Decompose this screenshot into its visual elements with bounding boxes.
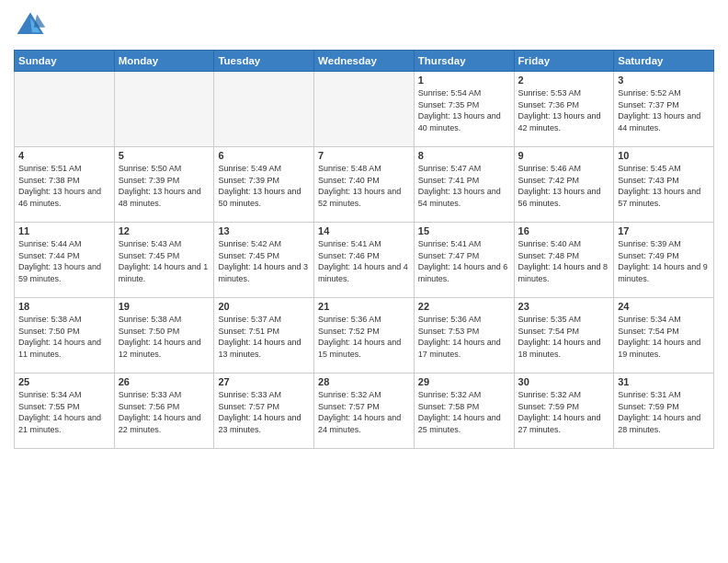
calendar-cell: 2Sunrise: 5:53 AMSunset: 7:36 PMDaylight… [514, 72, 614, 147]
calendar-cell: 9Sunrise: 5:46 AMSunset: 7:42 PMDaylight… [514, 147, 614, 223]
day-info: Sunrise: 5:38 AMSunset: 7:50 PMDaylight:… [119, 314, 210, 360]
day-number: 6 [218, 150, 310, 161]
day-info: Sunrise: 5:40 AMSunset: 7:48 PMDaylight:… [518, 238, 610, 284]
day-info: Sunrise: 5:36 AMSunset: 7:52 PMDaylight:… [318, 314, 410, 360]
day-info: Sunrise: 5:53 AMSunset: 7:36 PMDaylight:… [518, 87, 610, 133]
day-number: 12 [119, 225, 210, 236]
calendar-cell: 3Sunrise: 5:52 AMSunset: 7:37 PMDaylight… [614, 72, 714, 147]
logo [14, 9, 51, 42]
day-info: Sunrise: 5:32 AMSunset: 7:58 PMDaylight:… [418, 389, 510, 435]
calendar-cell: 21Sunrise: 5:36 AMSunset: 7:52 PMDayligh… [314, 298, 415, 373]
day-info: Sunrise: 5:39 AMSunset: 7:49 PMDaylight:… [618, 238, 710, 284]
calendar-cell: 19Sunrise: 5:38 AMSunset: 7:50 PMDayligh… [114, 298, 214, 373]
day-info: Sunrise: 5:47 AMSunset: 7:41 PMDaylight:… [418, 163, 510, 209]
calendar-cell: 20Sunrise: 5:37 AMSunset: 7:51 PMDayligh… [214, 298, 314, 373]
day-number: 7 [318, 150, 410, 161]
day-number: 13 [218, 225, 310, 236]
day-number: 10 [618, 150, 710, 161]
calendar-header-row: SundayMondayTuesdayWednesdayThursdayFrid… [15, 51, 714, 72]
day-number: 5 [119, 150, 210, 161]
day-info: Sunrise: 5:54 AMSunset: 7:35 PMDaylight:… [418, 87, 510, 133]
day-number: 25 [18, 376, 110, 387]
day-header-friday: Friday [514, 51, 614, 72]
day-header-wednesday: Wednesday [314, 51, 415, 72]
day-header-thursday: Thursday [414, 51, 514, 72]
day-info: Sunrise: 5:35 AMSunset: 7:54 PMDaylight:… [518, 314, 610, 360]
svg-marker-2 [34, 14, 46, 27]
calendar-cell: 10Sunrise: 5:45 AMSunset: 7:43 PMDayligh… [614, 147, 714, 223]
day-info: Sunrise: 5:51 AMSunset: 7:38 PMDaylight:… [18, 163, 110, 209]
day-info: Sunrise: 5:38 AMSunset: 7:50 PMDaylight:… [18, 314, 110, 360]
calendar-cell: 12Sunrise: 5:43 AMSunset: 7:45 PMDayligh… [114, 223, 214, 298]
day-info: Sunrise: 5:41 AMSunset: 7:46 PMDaylight:… [318, 238, 410, 284]
day-header-monday: Monday [114, 51, 214, 72]
day-number: 18 [18, 301, 110, 312]
calendar-cell [114, 72, 214, 147]
calendar-cell: 25Sunrise: 5:34 AMSunset: 7:55 PMDayligh… [15, 373, 115, 449]
day-info: Sunrise: 5:49 AMSunset: 7:39 PMDaylight:… [218, 163, 310, 209]
day-number: 11 [18, 225, 110, 236]
calendar-cell: 28Sunrise: 5:32 AMSunset: 7:57 PMDayligh… [314, 373, 415, 449]
day-info: Sunrise: 5:44 AMSunset: 7:44 PMDaylight:… [18, 238, 110, 284]
calendar-cell: 6Sunrise: 5:49 AMSunset: 7:39 PMDaylight… [214, 147, 314, 223]
day-number: 9 [518, 150, 610, 161]
calendar-cell: 23Sunrise: 5:35 AMSunset: 7:54 PMDayligh… [514, 298, 614, 373]
day-info: Sunrise: 5:41 AMSunset: 7:47 PMDaylight:… [418, 238, 510, 284]
day-info: Sunrise: 5:45 AMSunset: 7:43 PMDaylight:… [618, 163, 710, 209]
day-number: 1 [418, 75, 510, 86]
day-info: Sunrise: 5:37 AMSunset: 7:51 PMDaylight:… [218, 314, 310, 360]
calendar-cell: 15Sunrise: 5:41 AMSunset: 7:47 PMDayligh… [414, 223, 514, 298]
calendar-cell: 24Sunrise: 5:34 AMSunset: 7:54 PMDayligh… [614, 298, 714, 373]
calendar-cell: 22Sunrise: 5:36 AMSunset: 7:53 PMDayligh… [414, 298, 514, 373]
calendar-cell: 14Sunrise: 5:41 AMSunset: 7:46 PMDayligh… [314, 223, 415, 298]
day-number: 29 [418, 376, 510, 387]
day-number: 19 [119, 301, 210, 312]
day-number: 28 [318, 376, 410, 387]
day-info: Sunrise: 5:34 AMSunset: 7:55 PMDaylight:… [18, 389, 110, 435]
logo-icon [14, 9, 47, 42]
calendar-cell [314, 72, 415, 147]
day-number: 14 [318, 225, 410, 236]
calendar-cell: 18Sunrise: 5:38 AMSunset: 7:50 PMDayligh… [15, 298, 115, 373]
day-info: Sunrise: 5:32 AMSunset: 7:59 PMDaylight:… [518, 389, 610, 435]
calendar-week-2: 4Sunrise: 5:51 AMSunset: 7:38 PMDaylight… [15, 147, 714, 223]
day-number: 17 [618, 225, 710, 236]
page: SundayMondayTuesdayWednesdayThursdayFrid… [0, 0, 728, 563]
day-number: 31 [618, 376, 710, 387]
day-number: 2 [518, 75, 610, 86]
day-info: Sunrise: 5:42 AMSunset: 7:45 PMDaylight:… [218, 238, 310, 284]
calendar-cell: 4Sunrise: 5:51 AMSunset: 7:38 PMDaylight… [15, 147, 115, 223]
calendar-cell: 27Sunrise: 5:33 AMSunset: 7:57 PMDayligh… [214, 373, 314, 449]
calendar-week-3: 11Sunrise: 5:44 AMSunset: 7:44 PMDayligh… [15, 223, 714, 298]
calendar-cell: 11Sunrise: 5:44 AMSunset: 7:44 PMDayligh… [15, 223, 115, 298]
day-info: Sunrise: 5:31 AMSunset: 7:59 PMDaylight:… [618, 389, 710, 435]
day-info: Sunrise: 5:32 AMSunset: 7:57 PMDaylight:… [318, 389, 410, 435]
day-number: 27 [218, 376, 310, 387]
day-number: 20 [218, 301, 310, 312]
header [14, 9, 714, 42]
calendar-cell: 5Sunrise: 5:50 AMSunset: 7:39 PMDaylight… [114, 147, 214, 223]
calendar: SundayMondayTuesdayWednesdayThursdayFrid… [14, 50, 714, 449]
calendar-cell: 7Sunrise: 5:48 AMSunset: 7:40 PMDaylight… [314, 147, 415, 223]
day-header-tuesday: Tuesday [214, 51, 314, 72]
calendar-week-1: 1Sunrise: 5:54 AMSunset: 7:35 PMDaylight… [15, 72, 714, 147]
day-number: 15 [418, 225, 510, 236]
calendar-cell: 26Sunrise: 5:33 AMSunset: 7:56 PMDayligh… [114, 373, 214, 449]
day-info: Sunrise: 5:36 AMSunset: 7:53 PMDaylight:… [418, 314, 510, 360]
day-number: 23 [518, 301, 610, 312]
day-number: 16 [518, 225, 610, 236]
calendar-week-4: 18Sunrise: 5:38 AMSunset: 7:50 PMDayligh… [15, 298, 714, 373]
calendar-cell: 31Sunrise: 5:31 AMSunset: 7:59 PMDayligh… [614, 373, 714, 449]
calendar-cell [214, 72, 314, 147]
day-number: 3 [618, 75, 710, 86]
day-number: 4 [18, 150, 110, 161]
calendar-cell: 29Sunrise: 5:32 AMSunset: 7:58 PMDayligh… [414, 373, 514, 449]
calendar-cell: 1Sunrise: 5:54 AMSunset: 7:35 PMDaylight… [414, 72, 514, 147]
calendar-cell: 17Sunrise: 5:39 AMSunset: 7:49 PMDayligh… [614, 223, 714, 298]
day-info: Sunrise: 5:48 AMSunset: 7:40 PMDaylight:… [318, 163, 410, 209]
day-number: 26 [119, 376, 210, 387]
day-number: 21 [318, 301, 410, 312]
calendar-cell: 30Sunrise: 5:32 AMSunset: 7:59 PMDayligh… [514, 373, 614, 449]
day-number: 24 [618, 301, 710, 312]
calendar-cell [15, 72, 115, 147]
